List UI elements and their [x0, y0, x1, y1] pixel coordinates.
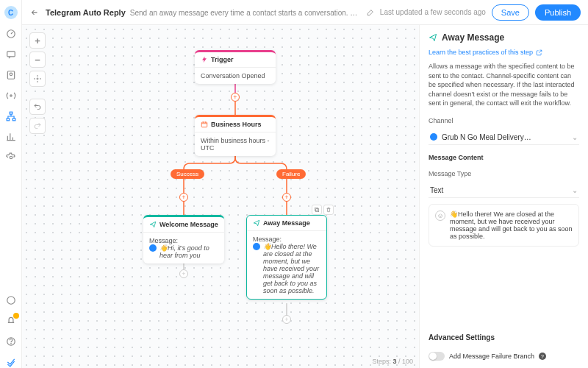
failure-branch-toggle[interactable] [429, 352, 445, 361]
announce-icon[interactable] [5, 294, 17, 306]
node-body: Message: 👋Hello there! We are closed at … [247, 231, 326, 299]
node-header: Business Hours [195, 117, 276, 132]
add-step-button[interactable]: + [282, 315, 291, 324]
workflow-description: Send an away message every time a contac… [130, 9, 361, 17]
svg-point-9 [7, 297, 15, 305]
node-header: Trigger [195, 52, 276, 68]
settings-icon[interactable] [5, 152, 17, 163]
publish-button[interactable]: Publish [535, 4, 581, 21]
steps-counter: Steps: 3 / 100 [372, 358, 413, 365]
chevron-down-icon: ⌄ [572, 133, 578, 141]
undo-button[interactable] [29, 99, 46, 115]
svg-rect-14 [316, 209, 319, 212]
node-body: Conversation Opened [195, 68, 276, 84]
node-title: Business Hours [211, 121, 262, 128]
channel-label: Channel [429, 117, 579, 124]
redo-button[interactable] [29, 118, 46, 134]
chevron-down-icon: ⌄ [572, 186, 578, 194]
reports-icon[interactable] [5, 131, 17, 143]
node-trigger[interactable]: Trigger Conversation Opened [195, 50, 276, 84]
help-icon[interactable] [5, 336, 17, 347]
gauge-icon[interactable] [5, 28, 17, 40]
node-toolbar [312, 205, 334, 215]
toggle-label: Add Message Failure Branch [449, 353, 534, 360]
node-body: Within business hours - UTC [195, 132, 276, 156]
contact-icon[interactable] [5, 69, 17, 81]
message-label: Message: [149, 237, 218, 244]
workflow-canvas[interactable]: + − Trigger Conversation Opened + Busine… [22, 25, 419, 368]
node-header: Away Message [247, 216, 326, 231]
failure-branch-toggle-row: Add Message Failure Branch ? [429, 352, 579, 361]
svg-point-8 [10, 156, 12, 159]
message-type-dropdown[interactable]: Text ⌄ [429, 183, 579, 198]
calendar-icon [201, 121, 208, 128]
left-rail: C [0, 0, 22, 368]
top-bar: Telegram Auto Reply Send an away message… [22, 0, 588, 25]
external-link-icon [536, 49, 542, 56]
svg-rect-6 [7, 118, 9, 121]
title-block: Telegram Auto Reply Send an away message… [46, 8, 361, 17]
history-controls [29, 99, 46, 134]
pencil-icon[interactable] [367, 9, 374, 16]
workflow-icon[interactable] [5, 110, 17, 122]
workflow-title: Telegram Auto Reply [46, 8, 126, 17]
duplicate-button[interactable] [312, 205, 322, 215]
send-icon [253, 219, 260, 227]
svg-point-4 [10, 95, 11, 96]
svg-rect-7 [12, 118, 15, 121]
add-step-button[interactable]: + [231, 93, 240, 102]
zoom-in-button[interactable]: + [29, 32, 46, 49]
right-panel: Away Message Learn the best practices of… [419, 25, 588, 368]
message-preview: 👋Hi, it's good to hear from you [159, 244, 218, 259]
panel-description: Allows a message with the specified cont… [429, 62, 579, 108]
add-step-button[interactable]: + [179, 193, 188, 202]
broadcast-icon[interactable] [5, 90, 17, 102]
workspace-avatar[interactable]: C [4, 6, 18, 19]
message-content-input[interactable]: ☺ 👋Hello there! We are closed at the mom… [429, 204, 579, 247]
emoji-picker-button[interactable]: ☺ [435, 210, 445, 221]
svg-point-12 [37, 78, 38, 79]
bolt-icon [201, 56, 208, 63]
svg-rect-1 [7, 52, 15, 57]
node-welcome-message[interactable]: Welcome Message Message: 👋Hi, it's good … [143, 215, 224, 263]
back-arrow-icon[interactable] [29, 7, 40, 18]
add-step-button[interactable]: + [282, 193, 291, 202]
send-icon [149, 221, 157, 228]
message-preview: 👋Hello there! We are closed at the momen… [263, 243, 320, 294]
telegram-icon [430, 133, 437, 141]
node-header: Welcome Message [143, 217, 224, 233]
delete-button[interactable] [323, 205, 334, 215]
channel-value: Grub N Go Meal Delivery… [442, 133, 531, 141]
send-icon [429, 33, 437, 42]
best-practices-link[interactable]: Learn the best practices of this step [429, 49, 579, 56]
notify-icon[interactable] [5, 315, 17, 327]
channel-dropdown[interactable]: Grub N Go Meal Delivery… ⌄ [429, 130, 579, 145]
node-body: Message: 👋Hi, it's good to hear from you [143, 233, 224, 263]
node-business-hours[interactable]: Business Hours Within business hours - U… [195, 115, 276, 156]
message-type-label: Message Type [429, 170, 579, 177]
node-title: Away Message [263, 219, 310, 227]
fit-button[interactable] [29, 71, 46, 87]
chat-icon[interactable] [5, 49, 17, 60]
help-icon[interactable]: ? [539, 353, 546, 360]
add-step-button[interactable]: + [179, 269, 188, 278]
message-body: 👋Hello there! We are closed at the momen… [450, 210, 573, 240]
message-label: Message: [253, 236, 320, 243]
message-type-value: Text [430, 186, 443, 194]
save-button[interactable]: Save [492, 4, 529, 21]
svg-point-3 [10, 73, 12, 76]
channel-dot-icon [253, 243, 260, 250]
node-title: Welcome Message [159, 221, 218, 228]
last-updated-text: Last updated a few seconds ago [380, 8, 486, 16]
advanced-settings-heading: Advanced Settings [429, 333, 579, 342]
svg-rect-5 [10, 112, 12, 114]
branch-success-pill: Success [171, 169, 204, 179]
branch-failure-pill: Failure [276, 169, 306, 179]
panel-title: Away Message [429, 32, 579, 43]
node-away-message[interactable]: Away Message Message: 👋Hello there! We a… [246, 215, 327, 300]
message-content-label: Message Content [429, 154, 579, 161]
svg-rect-15 [315, 208, 318, 210]
svg-rect-13 [201, 122, 207, 127]
zoom-out-button[interactable]: − [29, 52, 46, 68]
brand-icon[interactable] [5, 356, 17, 368]
